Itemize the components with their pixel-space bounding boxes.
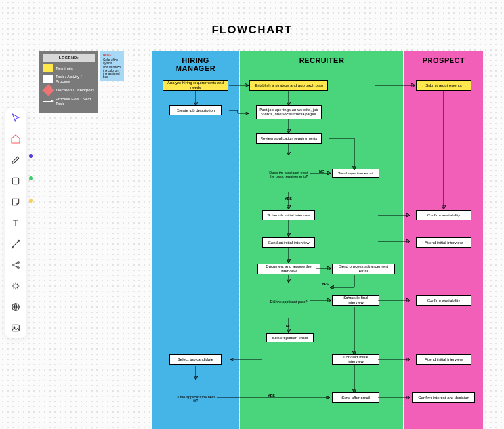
share-icon[interactable] [10,259,22,271]
sticky-note-icon[interactable] [10,196,22,208]
cursor-icon[interactable] [10,112,22,124]
pen-icon[interactable] [10,154,22,166]
node-pr-submit[interactable]: Submit requirements [416,80,471,91]
color-dots [29,154,33,203]
legend-title: LEGEND: [43,54,95,62]
node-rc-conduct2[interactable]: Conduct initial interview [332,354,379,365]
node-rc-document[interactable]: Document and assess the interview [257,264,320,274]
node-hm-analyze[interactable]: Analyze hiring requirements and needs [163,80,228,91]
legend-item-task: Task / Activity / Process [43,75,95,83]
node-rc-advance[interactable]: Send process advancement email [332,264,395,274]
node-pr-attend1[interactable]: Attend initial interview [416,237,471,248]
edge-label-yes3: YES [268,394,275,398]
note-panel: NOTE: Color of the symbol should match t… [100,51,124,81]
edge-label-no: NO [319,169,324,173]
legend-item-flow: Process Flow / Next Task [43,97,95,106]
node-rc-conduct[interactable]: Conduct initial interview [262,237,315,248]
page-title: FLOWCHART [0,24,504,37]
lane-header-rc: RECRUITER [240,55,403,71]
note-title: NOTE: [103,54,121,57]
legend-item-terminals: Terminals [43,64,95,72]
globe-icon[interactable] [10,301,22,313]
svg-rect-7 [12,325,20,331]
image-icon[interactable] [10,322,22,334]
legend-item-decision: Decision / Checkpoint [43,86,95,94]
node-rc-post[interactable]: Post job openings on website, job boards… [256,105,322,119]
node-rc-review[interactable]: Review application requirements [256,133,322,144]
tool-sidebar [5,108,26,338]
svg-point-3 [12,264,14,266]
square-icon[interactable] [10,175,22,187]
node-pr-attend2[interactable]: Attend initial interview [416,354,471,365]
sparkle-icon[interactable] [10,280,22,292]
connector-icon[interactable] [10,238,22,250]
lane-header-hm: HIRING MANAGER [152,55,239,79]
node-rc-decision-pass[interactable]: Did the applicant pass? [264,277,314,327]
edge-label-no2: NO [286,324,291,328]
lane-header-pr: PROSPECT [404,55,483,71]
color-dot-3[interactable] [29,199,33,203]
node-pr-confirm1[interactable]: Confirm availability [416,210,471,220]
node-rc-sched-final[interactable]: Schedule final interview [332,295,379,306]
svg-point-4 [18,262,20,264]
home-icon[interactable] [10,133,22,145]
node-rc-decision-basic[interactable]: Does the applicant meet the basic requir… [264,150,314,199]
edge-label-yes2: YES [322,282,329,286]
text-icon[interactable] [10,217,22,229]
node-rc-strategy[interactable]: Establish a strategy and approach plan [249,80,328,91]
node-pr-confirm-interest[interactable]: Confirm interest and decision [412,392,475,403]
node-rc-reject1[interactable]: Send rejection email [332,169,379,178]
node-hm-select[interactable]: Select top candidate [169,354,222,365]
note-body: Color of the symbol should match the col… [103,58,121,79]
color-dot-2[interactable] [29,176,33,180]
node-rc-offer[interactable]: Send offer email [332,392,379,403]
node-rc-schedule[interactable]: Schedule initial interview [262,210,315,220]
svg-point-5 [18,267,20,269]
svg-rect-0 [12,178,18,184]
node-hm-create[interactable]: Create job description [169,105,222,115]
node-rc-reject2[interactable]: Send rejection email [266,333,314,342]
color-dot-1[interactable] [29,154,33,158]
node-pr-confirm2[interactable]: Confirm availability [416,295,471,306]
edge-label-yes: YES [285,197,292,201]
node-hm-decision-bestfit[interactable]: Is the applicant the best fit? [171,374,220,424]
legend-panel: LEGEND: Terminals Task / Activity / Proc… [39,51,98,113]
